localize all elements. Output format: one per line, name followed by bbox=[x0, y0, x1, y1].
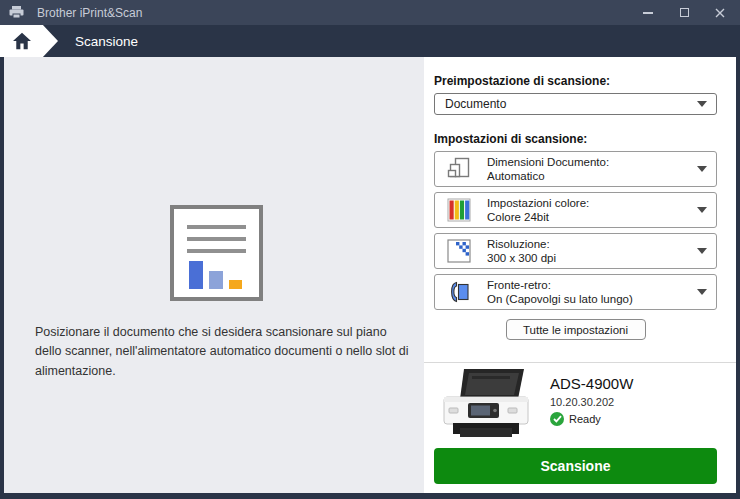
setting-value: Colore 24bit bbox=[487, 210, 589, 224]
setting-label: Risoluzione: bbox=[487, 237, 556, 251]
all-settings-button[interactable]: Tutte le impostazioni bbox=[506, 319, 646, 340]
setting-label: Dimensioni Documento: bbox=[487, 155, 609, 169]
scanner-image bbox=[434, 366, 536, 443]
document-size-icon bbox=[447, 157, 471, 181]
minimize-button[interactable] bbox=[642, 7, 654, 19]
close-icon bbox=[715, 8, 725, 18]
device-status-text: Ready bbox=[569, 413, 601, 425]
chevron-down-icon bbox=[697, 248, 707, 254]
duplex-dropdown[interactable]: Fronte-retro: On (Capovolgi su lato lung… bbox=[434, 274, 717, 310]
printer-app-icon bbox=[9, 6, 24, 19]
tab-scansione: Scansione bbox=[75, 25, 138, 57]
preset-label: Preimpostazione di scansione: bbox=[434, 74, 717, 88]
device-ip-address: 10.20.30.202 bbox=[550, 396, 633, 408]
setting-value: On (Capovolgi su lato lungo) bbox=[487, 292, 633, 306]
document-illustration-icon bbox=[170, 205, 263, 305]
home-icon bbox=[12, 32, 32, 50]
duplex-icon bbox=[447, 280, 471, 304]
setting-label: Fronte-retro: bbox=[487, 278, 633, 292]
titlebar: Brother iPrint&Scan bbox=[0, 0, 740, 25]
color-mode-icon bbox=[447, 198, 471, 222]
navbar: Scansione bbox=[0, 25, 740, 57]
home-button[interactable] bbox=[0, 25, 58, 57]
window-title: Brother iPrint&Scan bbox=[37, 6, 142, 20]
close-button[interactable] bbox=[714, 7, 726, 19]
preview-panel: Posizionare il documento che si desidera… bbox=[4, 57, 424, 493]
device-model: ADS-4900W bbox=[550, 375, 633, 392]
setting-label: Impostazioni colore: bbox=[487, 196, 589, 210]
resolution-icon bbox=[447, 239, 471, 263]
maximize-button[interactable] bbox=[678, 7, 690, 19]
status-check-icon bbox=[550, 412, 564, 426]
chevron-down-icon bbox=[697, 207, 707, 213]
settings-section-label: Impostazioni di scansione: bbox=[434, 132, 717, 146]
minimize-icon bbox=[643, 12, 653, 14]
device-section: ADS-4900W 10.20.30.202 Ready Scansione bbox=[424, 362, 736, 493]
resolution-dropdown[interactable]: Risoluzione: 300 x 300 dpi bbox=[434, 233, 717, 269]
color-settings-dropdown[interactable]: Impostazioni colore: Colore 24bit bbox=[434, 192, 717, 228]
chevron-down-icon bbox=[697, 166, 707, 172]
scan-button[interactable]: Scansione bbox=[434, 448, 717, 484]
chevron-down-icon bbox=[697, 289, 707, 295]
scan-instruction-text: Posizionare il documento che si desidera… bbox=[35, 323, 409, 381]
chevron-down-icon bbox=[697, 101, 707, 107]
preset-dropdown[interactable]: Documento bbox=[434, 93, 717, 115]
settings-panel: Preimpostazione di scansione: Documento … bbox=[424, 57, 736, 493]
document-size-dropdown[interactable]: Dimensioni Documento: Automatico bbox=[434, 151, 717, 187]
setting-value: Automatico bbox=[487, 169, 609, 183]
setting-value: 300 x 300 dpi bbox=[487, 251, 556, 265]
device-selector[interactable]: ADS-4900W 10.20.30.202 Ready bbox=[434, 363, 717, 443]
preset-value: Documento bbox=[445, 97, 506, 111]
maximize-icon bbox=[680, 8, 689, 17]
